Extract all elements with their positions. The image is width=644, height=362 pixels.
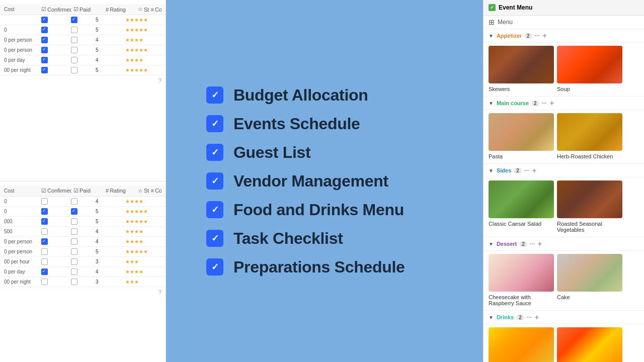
paid-checkbox[interactable] <box>71 279 77 285</box>
paid-checkbox[interactable] <box>71 238 77 245</box>
paid-checkbox[interactable] <box>71 258 77 265</box>
category-header-dessert[interactable]: ▼ Dessert 2 ··· + <box>484 237 644 251</box>
category-name: Appetizer <box>497 33 522 39</box>
category-add[interactable]: + <box>538 240 542 248</box>
paid-checkbox[interactable] <box>71 17 77 23</box>
category-add[interactable]: + <box>550 99 554 107</box>
confirmed-checkbox[interactable] <box>41 57 48 63</box>
food-card-cocktail: Signature Cocktail: Sparkling Berry Spri… <box>489 327 554 362</box>
paid-checkbox[interactable] <box>71 208 77 215</box>
triangle-icon: ▼ <box>489 33 494 39</box>
menu-item-guests[interactable]: Guest List <box>206 143 443 162</box>
food-name-skewers: Skewers <box>489 85 554 93</box>
prep-label: Preparations Schedule <box>233 258 405 277</box>
dessert-grid: Cheesecake with Raspberry Sauce Cake <box>484 251 644 311</box>
triangle-icon: ▼ <box>489 241 494 247</box>
category-add[interactable]: + <box>532 166 536 174</box>
confirmed-checkbox[interactable] <box>41 198 48 205</box>
hash-icon: # <box>106 7 109 13</box>
paid-icon: ☑ <box>73 6 78 13</box>
help-icon-bottom[interactable]: ? <box>158 289 162 295</box>
bottom-help[interactable]: ? <box>0 287 166 297</box>
event-menu-check-icon <box>489 4 496 11</box>
prep-checkbox[interactable] <box>206 258 223 276</box>
category-header-drinks[interactable]: ▼ Drinks 2 ··· + <box>484 311 644 324</box>
confirmed-checkbox[interactable] <box>41 248 48 255</box>
menu-item-vendor[interactable]: Vendor Management <box>206 172 443 191</box>
food-card-skewers: Skewers <box>489 46 554 93</box>
confirmed-checkbox[interactable] <box>41 208 48 215</box>
confirmed-checkbox[interactable] <box>41 279 48 285</box>
task-checkbox[interactable] <box>206 230 223 247</box>
category-dots[interactable]: ··· <box>542 100 547 107</box>
guests-checkbox[interactable] <box>206 144 223 161</box>
category-header-appetizer[interactable]: ▼ Appetizer 2 ··· + <box>484 29 644 43</box>
task-label: Task Checklist <box>233 229 343 248</box>
triangle-icon: ▼ <box>489 168 494 173</box>
menu-item-food[interactable]: Food and Drinks Menu <box>206 201 443 219</box>
paid-checkbox[interactable] <box>71 218 77 225</box>
events-label: Events Schedule <box>233 115 360 133</box>
events-checkbox[interactable] <box>206 115 223 132</box>
paid-checkbox[interactable] <box>71 27 77 33</box>
paid-checkbox[interactable] <box>71 248 77 255</box>
category-dots[interactable]: ··· <box>524 167 529 174</box>
category-name: Dessert <box>497 241 517 247</box>
confirmed-checkbox[interactable] <box>41 268 48 275</box>
category-add[interactable]: + <box>535 313 539 321</box>
category-add[interactable]: + <box>543 32 547 40</box>
confirmed-checkbox[interactable] <box>41 47 48 53</box>
middle-panel: Budget Allocation Events Schedule Guest … <box>166 0 483 362</box>
food-card-roasted: Roasted Seasonal Vegetables <box>557 180 622 234</box>
th-stars: ☆ Stars <box>138 6 149 13</box>
food-card-soup: Soup <box>557 46 622 93</box>
table-row: 0 5 ★★★★★ <box>0 207 166 217</box>
appetizer-grid: Skewers Soup <box>484 43 644 97</box>
category-count: 2 <box>520 241 527 247</box>
th-stars-b: ☆ Stars <box>138 188 149 194</box>
confirmed-checkbox[interactable] <box>41 67 48 73</box>
th-paid-b: ☑ Paid <box>73 188 104 194</box>
confirmed-checkbox[interactable] <box>41 37 48 43</box>
confirmed-checkbox[interactable] <box>41 258 48 265</box>
top-help[interactable]: ? <box>0 75 166 85</box>
menu-item-budget[interactable]: Budget Allocation <box>206 86 443 105</box>
checkbox-icon-b: ☑ <box>41 188 46 194</box>
paid-checkbox[interactable] <box>71 268 77 275</box>
category-dots[interactable]: ··· <box>535 32 540 39</box>
paid-checkbox[interactable] <box>71 57 77 63</box>
confirmed-checkbox[interactable] <box>41 228 48 235</box>
budget-checkbox[interactable] <box>206 86 223 104</box>
paid-checkbox[interactable] <box>71 47 77 53</box>
food-img-soup <box>557 46 622 83</box>
table-row: 0 per day 4 ★★★★ <box>0 55 166 65</box>
confirmed-checkbox[interactable] <box>41 218 48 225</box>
paid-checkbox[interactable] <box>71 37 77 43</box>
menu-item-events[interactable]: Events Schedule <box>206 115 443 133</box>
confirmed-checkbox[interactable] <box>41 17 48 23</box>
table-row: 0 4 ★★★★ <box>0 197 166 207</box>
th-cost-b: Cost <box>4 188 39 194</box>
help-icon[interactable]: ? <box>158 77 162 83</box>
confirmed-checkbox[interactable] <box>41 27 48 33</box>
menu-item-task[interactable]: Task Checklist <box>206 229 443 248</box>
category-name: Drinks <box>497 314 514 320</box>
table-row: 0 per day 4 ★★★★ <box>0 267 166 277</box>
paid-checkbox[interactable] <box>71 228 77 235</box>
confirmed-checkbox[interactable] <box>41 238 48 245</box>
food-checkbox[interactable] <box>206 201 223 218</box>
food-name-pasta: Pasta <box>489 152 554 160</box>
category-dots[interactable]: ··· <box>527 314 532 321</box>
vendor-checkbox[interactable] <box>206 172 223 190</box>
category-dots[interactable]: ··· <box>530 240 535 247</box>
category-header-sides[interactable]: ▼ Sides 2 ··· + <box>484 164 644 177</box>
th-paid: ☑ Paid <box>73 6 104 13</box>
category-header-main[interactable]: ▼ Main course 2 ··· + <box>484 97 644 110</box>
checkbox-icon: ☑ <box>41 6 46 13</box>
food-img-cocktail <box>489 327 554 362</box>
table-row: 500 4 ★★★★ <box>0 227 166 237</box>
paid-checkbox[interactable] <box>71 67 77 73</box>
menu-item-prep[interactable]: Preparations Schedule <box>206 258 443 277</box>
paid-checkbox[interactable] <box>71 198 77 205</box>
event-menu-title: Event Menu <box>499 4 532 11</box>
